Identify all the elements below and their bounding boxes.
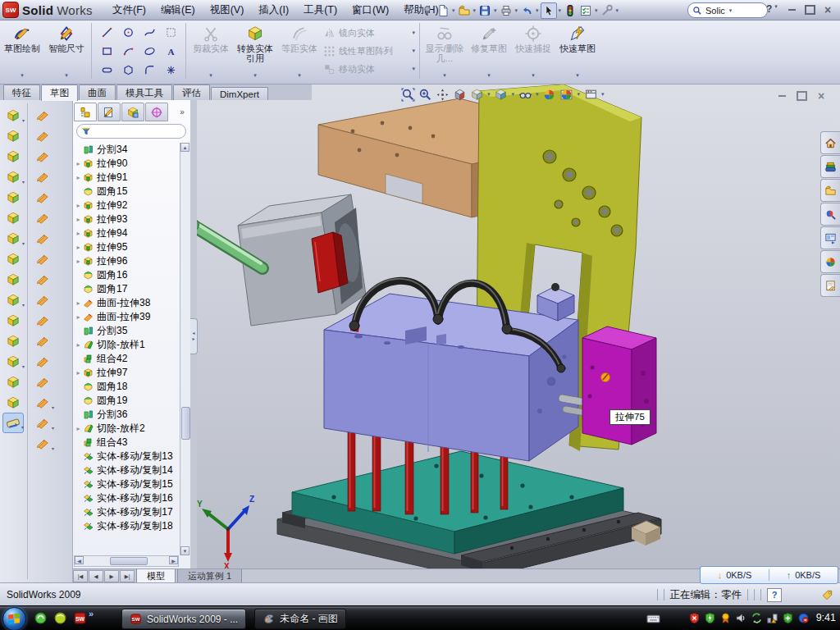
tree-item[interactable]: 实体-移动/复制15 [74, 477, 180, 491]
shield-plus-icon[interactable] [781, 611, 794, 624]
offset-surface-icon[interactable] [32, 228, 53, 249]
dropdown-arrow-icon[interactable]: ▾ [52, 425, 54, 431]
tree-item[interactable]: 组合42 [74, 352, 180, 366]
expand-arrow-icon[interactable]: ▸ [74, 313, 83, 321]
shield-green-icon[interactable] [703, 611, 716, 624]
doc-minimize-button[interactable] [774, 89, 789, 102]
dropdown-arrow-icon[interactable]: ▾ [559, 7, 562, 14]
pane-overflow-icon[interactable]: » [176, 107, 189, 116]
view-settings-icon[interactable] [583, 87, 598, 102]
filled-surface-icon[interactable] [32, 187, 53, 208]
dropdown-arrow-icon[interactable]: ▾ [412, 66, 415, 72]
tree-item[interactable]: 圆角16 [74, 268, 180, 282]
radiate-surface-icon[interactable] [32, 249, 53, 269]
propertymanager-tab[interactable] [98, 103, 121, 121]
tree-item[interactable]: 组合43 [74, 436, 180, 450]
dropdown-arrow-icon[interactable]: ▾ [515, 7, 518, 14]
boundary-surface-icon[interactable] [32, 167, 53, 187]
linear-pattern-f-icon[interactable] [2, 249, 24, 269]
motion-nav-0[interactable]: |◀ [73, 570, 88, 582]
dropdown-arrow-icon[interactable]: ▾ [298, 72, 301, 79]
dropdown-arrow-icon[interactable]: ▾ [52, 445, 54, 451]
command-tab-1[interactable]: 草图 [41, 84, 78, 101]
tree-item[interactable]: ▸拉伸91 [74, 171, 180, 185]
dropdown-arrow-icon[interactable]: ▾ [22, 302, 25, 308]
search-input-value[interactable]: Solic [705, 6, 725, 16]
dropdown-arrow-icon[interactable]: ▾ [452, 7, 455, 14]
minimize-button[interactable] [784, 3, 799, 16]
expand-arrow-icon[interactable]: ▸ [74, 341, 83, 349]
security-red-icon[interactable] [687, 611, 701, 624]
select-arrow-icon[interactable] [541, 2, 557, 19]
cm-button-rapid-sketch[interactable]: 快速草图▾ [555, 21, 600, 80]
slot-tool-icon[interactable] [96, 61, 117, 80]
tree-item[interactable]: ▸拉伸94 [74, 226, 180, 240]
tree-horizontal-scrollbar[interactable]: ◀ ▶ [74, 555, 179, 567]
command-tab-0[interactable]: 特征 [3, 84, 40, 100]
move-copy-body-icon[interactable] [2, 331, 24, 351]
cm-button-convert-entities[interactable]: 转换实体引用▾ [233, 21, 277, 80]
quick-launch-overflow[interactable]: » [89, 609, 94, 619]
dropdown-arrow-icon[interactable]: ▾ [601, 91, 605, 98]
expand-arrow-icon[interactable]: ▸ [74, 160, 83, 167]
expand-arrow-icon[interactable]: ▸ [74, 202, 83, 209]
sync-icon[interactable] [750, 611, 763, 624]
design-library-tab[interactable] [820, 155, 840, 178]
section-view-icon[interactable] [452, 87, 467, 102]
parting-line-icon[interactable] [32, 331, 53, 351]
undo-icon[interactable] [519, 3, 534, 18]
task-button-0[interactable]: SWSolidWorks 2009 - ... [121, 609, 246, 629]
dropdown-arrow-icon[interactable]: ▾ [253, 72, 257, 79]
dropdown-arrow-icon[interactable]: ▾ [532, 72, 535, 79]
tree-item[interactable]: ▸拉伸96 [74, 254, 180, 268]
help-button[interactable]: ?▾ [766, 3, 778, 15]
extend-surface-icon[interactable] [32, 310, 53, 331]
arc-tool-icon[interactable] [117, 42, 139, 61]
spline-tool-icon[interactable] [139, 23, 160, 42]
circle-tool-icon[interactable] [117, 23, 139, 42]
scroll-left-icon[interactable]: ◀ [75, 556, 84, 564]
featuremanager-tab[interactable] [74, 103, 97, 121]
tree-item[interactable]: 圆角19 [74, 394, 180, 408]
tree-item[interactable]: 圆角15 [74, 185, 180, 199]
traffic-light-icon[interactable] [563, 3, 578, 18]
quick-tips-icon[interactable]: ? [767, 588, 782, 602]
insert-block-part[interactable] [582, 326, 656, 445]
revolved-boss-icon[interactable] [2, 126, 24, 146]
parting-surface-icon[interactable] [32, 372, 53, 392]
motion-nav-2[interactable]: ▶ [104, 570, 119, 582]
pin-icon[interactable] [420, 3, 435, 18]
zoom-fit-icon[interactable] [400, 87, 415, 102]
draft-icon[interactable]: ▾ [2, 228, 24, 249]
split-f-icon[interactable] [2, 310, 24, 331]
start-button[interactable] [2, 607, 26, 630]
dropdown-arrow-icon[interactable]: ▾ [22, 240, 25, 246]
menubar-item-3[interactable]: 插入(I) [251, 1, 296, 20]
tree-item[interactable]: 分割36 [74, 408, 180, 422]
deform-icon[interactable] [2, 372, 24, 392]
volume-icon[interactable] [734, 611, 747, 624]
network-warning-icon[interactable] [765, 611, 778, 624]
tree-filter-box[interactable] [76, 124, 186, 139]
dropdown-arrow-icon[interactable]: ▾ [576, 72, 579, 79]
view-orientation-icon[interactable] [469, 87, 484, 102]
tree-item[interactable]: ▸拉伸95 [74, 240, 180, 254]
tree-item[interactable]: ▸曲面-拉伸38 [74, 296, 180, 310]
tree-item[interactable]: 分割34 [74, 143, 180, 157]
keyboard-layout-icon[interactable] [646, 612, 660, 626]
dropdown-arrow-icon[interactable]: ▾ [487, 91, 491, 98]
sketch-fillet-tool-icon[interactable] [139, 61, 160, 80]
tree-item[interactable]: 圆角18 [74, 380, 180, 394]
cm-button-display-delete-relations[interactable]: 显示/删除几...▾ [422, 21, 467, 80]
expand-arrow-icon[interactable]: ▸ [74, 369, 83, 377]
panel-splitter[interactable]: ◂▸ [190, 100, 197, 568]
tree-item[interactable]: ▸曲面-拉伸39 [74, 310, 180, 324]
freeform-icon[interactable]: ▾ [32, 433, 53, 454]
point-tool-icon[interactable] [160, 61, 181, 80]
curve-star-icon[interactable]: ▾ [2, 351, 24, 372]
extruded-boss-icon[interactable]: ▾ [2, 105, 24, 126]
polygon-tool-icon[interactable] [117, 61, 139, 80]
tree-item[interactable]: 实体-移动/复制18 [74, 519, 180, 533]
ellipse-tool-icon[interactable] [139, 42, 160, 61]
motion-nav-3[interactable]: ▶| [120, 570, 135, 582]
